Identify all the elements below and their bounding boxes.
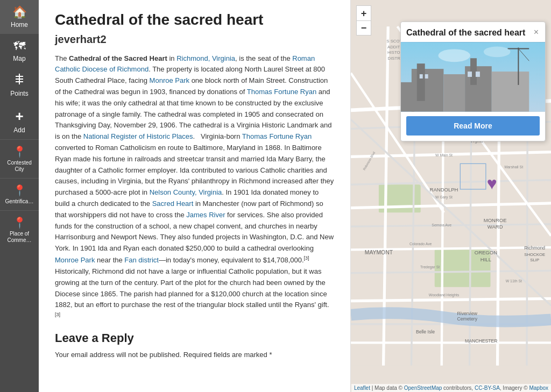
svg-text:SLIP: SLIP (530, 258, 539, 262)
add-icon: + (15, 108, 23, 125)
svg-text:MANCHESTER: MANCHESTER (465, 338, 498, 344)
svg-text:RANDOLPH: RANDOLPH (430, 187, 458, 193)
svg-point-77 (438, 49, 470, 62)
map-marker[interactable]: ♥ (487, 174, 497, 194)
sidebar-item-home[interactable]: 🏠 Home (0, 0, 39, 34)
ccbysa-link[interactable]: CC-BY-SA (475, 385, 500, 391)
svg-text:Riverview: Riverview (457, 311, 478, 316)
map-popup: Cathedral of the sacred heart × (400, 22, 546, 141)
svg-text:Semoia Ave: Semoia Ave (432, 223, 451, 227)
svg-text:MAYMONT: MAYMONT (365, 250, 393, 255)
reply-note: Your email address will not be published… (55, 350, 334, 361)
article-title: Cathedral of the sacred heart (55, 11, 334, 29)
svg-rect-71 (425, 74, 428, 79)
contested-city-label: ContestedCity (7, 160, 32, 173)
svg-rect-70 (420, 74, 423, 79)
svg-rect-72 (468, 72, 472, 77)
svg-text:OREGON: OREGON (475, 250, 497, 255)
place-label: Place ofComme… (7, 231, 31, 244)
link-nelson[interactable]: Nelson County, Virginia (150, 188, 222, 196)
read-more-button[interactable]: Read More (406, 116, 540, 136)
svg-text:Cemetery: Cemetery (457, 316, 478, 322)
svg-text:WARD: WARD (488, 224, 503, 230)
link-sacred-heart[interactable]: Sacred Heart (152, 199, 194, 208)
sidebar-add-label: Add (13, 126, 25, 134)
svg-text:HILL: HILL (481, 256, 491, 262)
svg-rect-65 (443, 74, 465, 111)
link-nrhp[interactable]: National Register of Historic Places (83, 132, 193, 140)
link-richmond[interactable]: Richmond, Virginia (176, 54, 235, 62)
svg-text:Colorado Ave: Colorado Ave (409, 242, 432, 246)
osm-link[interactable]: OpenStreetMap (404, 385, 442, 391)
pin-icon-contested: 📍 (13, 145, 26, 158)
link-fan[interactable]: Fan district (124, 256, 159, 264)
svg-rect-68 (492, 72, 529, 111)
svg-text:W Gary St: W Gary St (435, 195, 453, 199)
sidebar-item-map[interactable]: 🗺 Map (0, 34, 39, 68)
sidebar-item-add[interactable]: + Add (0, 103, 39, 139)
points-icon (13, 73, 25, 88)
home-icon: 🏠 (12, 5, 27, 19)
popup-header: Cathedral of the sacred heart × (401, 22, 545, 42)
sidebar-item-contested-city[interactable]: 📍 ContestedCity (0, 139, 39, 178)
map-attribution: Leaflet | Map data © OpenStreetMap contr… (351, 384, 551, 392)
svg-text:Woodland Heights: Woodland Heights (429, 293, 460, 297)
link-ryan2[interactable]: Thomas Fortune Ryan (242, 132, 312, 140)
sidebar-home-label: Home (11, 21, 28, 28)
svg-text:W Main St: W Main St (435, 153, 453, 157)
contributors-text: contributors, (442, 385, 475, 391)
svg-text:Marshall St: Marshall St (505, 165, 524, 169)
mapbox-link[interactable]: Mapbox (529, 385, 548, 391)
link-james[interactable]: James River (186, 211, 225, 219)
popup-image (401, 42, 545, 112)
imagery-text: , Imagery © (500, 385, 529, 391)
svg-text:Richmond: Richmond (524, 245, 545, 251)
map-icon: 🗺 (13, 39, 25, 53)
gentrification-label: Gentrifica… (5, 198, 34, 205)
sidebar-item-place-of-commemoration[interactable]: 📍 Place ofComme… (0, 210, 39, 249)
sidebar-map-label: Map (13, 55, 25, 62)
zoom-in-button[interactable]: + (356, 5, 371, 20)
article-body: The Cathedral of the Sacred Heart in Ric… (55, 53, 334, 323)
svg-text:Tredegar St: Tredegar St (420, 265, 440, 269)
svg-rect-67 (470, 58, 477, 85)
svg-rect-69 (401, 82, 414, 112)
svg-point-78 (484, 46, 511, 57)
link-ryan[interactable]: Thomas Fortune Ryan (247, 88, 316, 96)
attribution-text: | Map data © (370, 385, 404, 391)
map-panel[interactable]: RANDOLPH MONROE WARD OREGON HILL MAYMONT… (351, 0, 551, 392)
popup-close-button[interactable]: × (533, 27, 540, 37)
link-monroe[interactable]: Monroe Park (150, 76, 189, 84)
svg-text:MONROE: MONROE (484, 217, 507, 223)
map-zoom-controls: + − (356, 5, 371, 35)
leaflet-link[interactable]: Leaflet (354, 385, 370, 391)
article-panel: Cathedral of the sacred heart jeverhart2… (39, 0, 351, 392)
zoom-out-button[interactable]: − (356, 20, 371, 35)
popup-title: Cathedral of the sacred heart (406, 27, 528, 39)
svg-text:SHOCKOE: SHOCKOE (524, 252, 545, 257)
svg-text:W 11th St: W 11th St (506, 279, 522, 283)
pin-icon-gentrification: 📍 (13, 184, 26, 197)
sidebar-points-label: Points (10, 90, 28, 97)
link-monroe2[interactable]: Monroe Park (55, 256, 95, 264)
pin-icon-place: 📍 (13, 216, 26, 229)
svg-text:Belle Isle: Belle Isle (416, 329, 435, 334)
svg-rect-73 (476, 72, 480, 77)
reply-section-title: Leave a Reply (55, 331, 334, 345)
sidebar-item-points[interactable]: Points (0, 68, 39, 103)
sidebar-item-gentrification[interactable]: 📍 Gentrifica… (0, 178, 39, 210)
sidebar: 🏠 Home 🗺 Map Points + Add 📍 ContestedCit… (0, 0, 39, 392)
svg-rect-64 (417, 63, 425, 101)
article-author: jeverhart2 (55, 33, 334, 46)
